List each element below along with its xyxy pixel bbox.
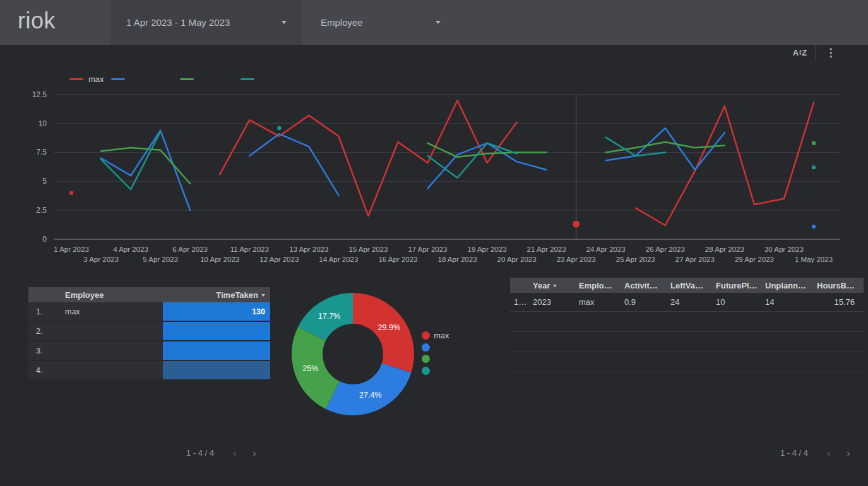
chevron-down-icon bbox=[436, 21, 441, 24]
sort-caret-icon bbox=[553, 285, 557, 287]
legend-dot bbox=[422, 343, 430, 352]
donut-legend-item-series-2[interactable] bbox=[422, 343, 449, 352]
row-index: 1. bbox=[28, 307, 65, 316]
table-row: 1.max130 bbox=[28, 302, 270, 322]
table-body: 1.max1302.3.4. bbox=[28, 302, 270, 381]
line-series-series-4 bbox=[606, 138, 665, 156]
x-axis-label: 1 May 2023 bbox=[795, 256, 833, 263]
column-header-label: Year bbox=[533, 281, 550, 290]
row-index: 2. bbox=[28, 327, 65, 336]
next-page-icon[interactable]: › bbox=[846, 449, 850, 457]
x-axis-label: 5 Apr 2023 bbox=[143, 256, 178, 263]
data-point-series-3 bbox=[812, 141, 816, 145]
highlighted-data-point[interactable] bbox=[573, 221, 580, 228]
line-series-series-2 bbox=[249, 134, 338, 195]
x-axis-label: 11 Apr 2023 bbox=[230, 246, 269, 253]
prev-page-icon[interactable]: ‹ bbox=[233, 449, 237, 457]
donut-chart[interactable]: 29.9%27.4%25%17.7% bbox=[278, 285, 429, 423]
row-index: 3. bbox=[28, 347, 65, 355]
x-axis-label: 19 Apr 2023 bbox=[468, 246, 507, 253]
table-row: 4. bbox=[28, 361, 270, 381]
x-axis-label: 28 Apr 2023 bbox=[705, 246, 744, 253]
column-header-hoursb[interactable]: HoursB… bbox=[814, 281, 864, 290]
column-header-activity[interactable]: Activit… bbox=[621, 281, 667, 290]
x-axis-label: 4 Apr 2023 bbox=[113, 246, 148, 253]
x-axis-label: 1 Apr 2023 bbox=[54, 246, 89, 253]
table-cell: 14 bbox=[761, 297, 814, 307]
x-axis-label: 20 Apr 2023 bbox=[497, 256, 537, 263]
table-header-row: Year Emplo… Activit… LeftVa… FuturePl… U… bbox=[510, 278, 864, 293]
time-series-chart: max 02.557.51012.51 Apr 20233 Apr 20234 … bbox=[0, 45, 868, 268]
donut-slice-label: 25% bbox=[302, 364, 318, 373]
donut-slice-label: 17.7% bbox=[318, 312, 340, 321]
data-point-series-2 bbox=[812, 225, 816, 228]
table-cell: 1… bbox=[510, 297, 529, 307]
donut-legend-item-max[interactable]: max bbox=[422, 331, 449, 340]
column-header-label: TimeTaken bbox=[216, 290, 258, 300]
x-axis-label: 21 Apr 2023 bbox=[527, 246, 566, 253]
table-cell: 0.9 bbox=[621, 297, 667, 307]
x-axis-label: 16 Apr 2023 bbox=[378, 256, 417, 263]
filter-control-employee[interactable]: Employee bbox=[319, 0, 448, 45]
y-axis-label: 5 bbox=[42, 177, 47, 186]
data-point-series-4 bbox=[277, 126, 281, 130]
donut-slice-series-2[interactable] bbox=[326, 364, 411, 415]
table-cell: 24 bbox=[667, 297, 712, 307]
x-axis-label: 23 Apr 2023 bbox=[557, 256, 596, 263]
x-axis-label: 25 Apr 2023 bbox=[616, 256, 655, 263]
donut-legend-item-series-3[interactable] bbox=[422, 355, 449, 363]
column-header-employee[interactable]: Employee bbox=[65, 290, 163, 300]
column-header-futurepl[interactable]: FuturePl… bbox=[712, 281, 761, 290]
legend-dot bbox=[422, 367, 430, 375]
donut-slice-label: 27.4% bbox=[359, 391, 381, 400]
x-axis-label: 30 Apr 2023 bbox=[764, 246, 804, 253]
column-header-leftva[interactable]: LeftVa… bbox=[667, 281, 712, 290]
timetaken-cell bbox=[163, 361, 270, 379]
column-header-employee[interactable]: Emplo… bbox=[575, 281, 621, 290]
pagination-label: 1 - 4 / 4 bbox=[186, 448, 214, 458]
timetaken-cell: 130 bbox=[163, 302, 270, 321]
column-header-year[interactable]: Year bbox=[529, 281, 575, 290]
table-row: 3. bbox=[28, 341, 270, 361]
timetaken-cell bbox=[163, 322, 270, 340]
donut-slice-max[interactable] bbox=[353, 293, 414, 372]
pagination-right: 1 - 4 / 4 ‹ › bbox=[780, 448, 850, 458]
data-point-series-4 bbox=[812, 165, 816, 169]
legend-dot bbox=[422, 331, 430, 340]
table-body: 1…2023max0.924101415.76 bbox=[510, 293, 864, 372]
line-series-series-3 bbox=[428, 143, 547, 157]
x-axis-label: 27 Apr 2023 bbox=[675, 256, 715, 263]
sort-caret-icon bbox=[261, 294, 265, 297]
y-axis-label: 2.5 bbox=[36, 206, 47, 215]
line-series-series-4 bbox=[101, 132, 160, 190]
table-row bbox=[510, 332, 864, 352]
y-axis-label: 10 bbox=[39, 119, 47, 128]
table-cell: max bbox=[575, 297, 621, 307]
line-chart-canvas[interactable]: 02.557.51012.51 Apr 20233 Apr 20234 Apr … bbox=[0, 45, 868, 268]
x-axis-label: 18 Apr 2023 bbox=[438, 256, 477, 263]
legend-dot bbox=[422, 355, 430, 363]
employee-timetaken-table: Employee TimeTaken 1.max1302.3.4. bbox=[28, 287, 270, 381]
column-header-timetaken[interactable]: TimeTaken bbox=[163, 290, 270, 300]
filter-value: Employee bbox=[321, 17, 363, 28]
date-range-value: 1 Apr 2023 - 1 May 2023 bbox=[126, 17, 230, 28]
x-axis-label: 15 Apr 2023 bbox=[348, 246, 388, 253]
timetaken-bar: 130 bbox=[163, 302, 270, 321]
timetaken-cell bbox=[163, 341, 270, 360]
x-axis-label: 17 Apr 2023 bbox=[408, 246, 447, 253]
logo: riok bbox=[18, 8, 56, 34]
x-axis-label: 14 Apr 2023 bbox=[319, 256, 358, 263]
donut-legend: max bbox=[422, 331, 449, 378]
column-header-unplann[interactable]: Unplann… bbox=[761, 281, 814, 290]
data-point-max bbox=[69, 191, 73, 194]
y-axis-label: 12.5 bbox=[32, 90, 47, 99]
x-axis-label: 3 Apr 2023 bbox=[83, 256, 119, 263]
employee-cell: max bbox=[65, 307, 163, 316]
donut-legend-item-series-4[interactable] bbox=[422, 367, 449, 375]
table-row bbox=[510, 352, 864, 372]
pagination-label: 1 - 4 / 4 bbox=[780, 448, 808, 458]
next-page-icon[interactable]: › bbox=[252, 449, 256, 457]
prev-page-icon[interactable]: ‹ bbox=[827, 449, 831, 457]
date-range-control[interactable]: 1 Apr 2023 - 1 May 2023 bbox=[110, 0, 302, 45]
timetaken-bar bbox=[163, 341, 270, 360]
